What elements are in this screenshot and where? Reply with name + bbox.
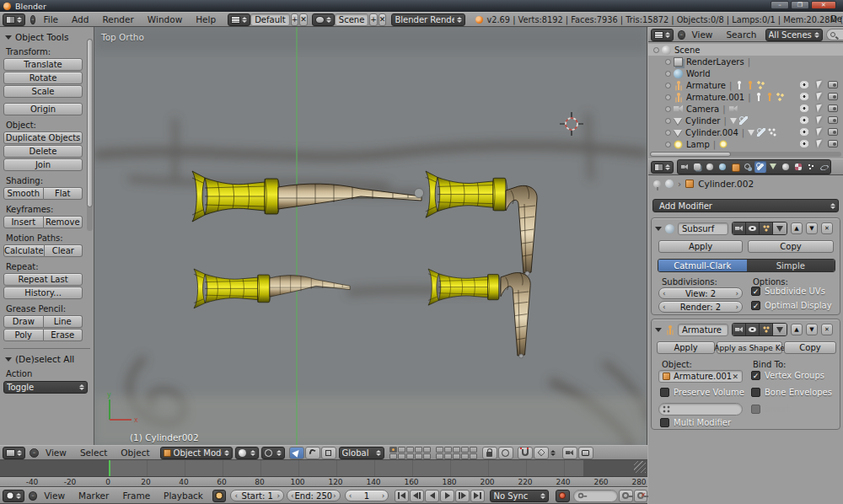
expand-icon[interactable] — [653, 47, 659, 53]
tool-repeat-last-button[interactable]: Repeat Last — [3, 273, 83, 286]
delete-modifier-button[interactable]: ✕ — [821, 223, 833, 234]
renderability-camera-icon[interactable] — [828, 116, 838, 124]
tool-erase-button[interactable]: Erase — [44, 329, 83, 341]
scene-field[interactable]: Scene — [335, 13, 369, 26]
tab-constraints[interactable] — [742, 161, 754, 173]
search-input[interactable] — [826, 29, 843, 40]
layer-cell[interactable] — [461, 447, 469, 453]
rotate-manipulator-toggle[interactable] — [305, 447, 320, 459]
move-modifier-down-button[interactable]: ▼ — [806, 324, 818, 335]
scrollbar-thumb[interactable] — [650, 152, 731, 157]
collapse-menus-button[interactable]: – — [678, 30, 685, 40]
menu-playback[interactable]: Playback — [157, 491, 210, 501]
menu-render[interactable]: Render — [95, 14, 140, 24]
info-editor-type-button[interactable] — [3, 13, 25, 26]
modifier-name-field[interactable]: Subsurf — [678, 223, 728, 235]
add-layout-button[interactable]: + — [291, 13, 299, 26]
visibility-eye-icon[interactable] — [799, 116, 809, 124]
outliner-scope-select[interactable]: All Scenes — [765, 29, 823, 41]
expand-icon[interactable] — [665, 142, 671, 147]
tool-duplicate-objects-button[interactable]: Duplicate Objects — [3, 131, 83, 144]
tab-scene[interactable] — [704, 161, 716, 173]
move-modifier-down-button[interactable]: ▼ — [806, 223, 818, 234]
layer-cell[interactable] — [470, 453, 477, 459]
selectability-cursor-icon[interactable] — [816, 104, 823, 112]
maximize-button[interactable]: ❐ — [791, 1, 809, 9]
pivot-select[interactable] — [261, 447, 285, 459]
tool-rotate-button[interactable]: Rotate — [3, 72, 83, 84]
tool-history-button[interactable]: History... — [3, 287, 83, 299]
auto-keyframe-toggle[interactable] — [556, 490, 570, 502]
apply-button[interactable]: Apply — [658, 240, 743, 253]
renderability-camera-icon[interactable] — [828, 140, 838, 147]
layer-cell[interactable] — [444, 453, 452, 459]
layer-cell[interactable] — [415, 453, 422, 459]
armature-object-field[interactable]: Armature.001 ✕ — [658, 370, 743, 383]
start-frame-stepper[interactable]: ‹Start: 1› — [230, 490, 284, 501]
layer-cell[interactable] — [389, 447, 397, 453]
end-frame-stepper[interactable]: ‹End: 250› — [287, 490, 341, 501]
layer-cell[interactable] — [406, 453, 414, 459]
checkbox-unchecked[interactable]: ✓ — [660, 418, 669, 427]
menu-view[interactable]: View — [685, 29, 720, 40]
simple-button[interactable]: Simple — [747, 260, 835, 271]
layer-cell[interactable] — [453, 447, 460, 453]
move-modifier-up-button[interactable]: ▲ — [791, 324, 803, 335]
render-subdivisions-stepper[interactable]: ‹Render: 2› — [658, 301, 743, 313]
tool-draw-button[interactable]: Draw — [3, 315, 44, 328]
collapse-menus-button[interactable]: – — [30, 15, 35, 24]
tool-smooth-button[interactable]: Smooth — [3, 187, 44, 200]
cage-toggle[interactable] — [773, 223, 787, 234]
outliner-row-armature-001[interactable]: Armature.001| — [648, 91, 843, 103]
selectability-cursor-icon[interactable] — [816, 92, 823, 100]
menu-select[interactable]: Select — [73, 448, 114, 458]
apply-button[interactable]: Apply — [657, 341, 715, 354]
menu-help[interactable]: Help — [189, 14, 223, 24]
layer-cell[interactable] — [444, 447, 452, 453]
action-select[interactable]: Toggle — [3, 381, 88, 394]
apply-as-shape-key-button[interactable]: Apply as Shape Ke — [717, 341, 782, 354]
outliner-row-armature[interactable]: Armature| — [648, 79, 843, 91]
render-engine-select[interactable]: Blender Render — [391, 13, 465, 26]
tab-physics[interactable] — [818, 161, 830, 173]
layer-cell[interactable] — [398, 447, 405, 453]
delete-layout-button[interactable]: ✕ — [299, 13, 308, 26]
renderability-camera-icon[interactable] — [828, 128, 838, 136]
outliner-row-lamp[interactable]: Lamp| — [648, 138, 843, 150]
viewport-shading-select[interactable] — [235, 447, 259, 459]
delete-keyframe-button[interactable] — [634, 490, 648, 502]
keying-set-field[interactable] — [573, 490, 618, 502]
move-modifier-up-button[interactable]: ▲ — [791, 223, 803, 234]
add-modifier-dropdown[interactable]: Add Modifier — [652, 199, 839, 212]
modifier-name-field[interactable]: Armature — [678, 324, 728, 336]
view-subdivisions-stepper[interactable]: ‹View: 2› — [658, 287, 743, 299]
layer-cell[interactable] — [406, 447, 414, 453]
render-opengl-anim-button[interactable] — [578, 447, 593, 459]
screen-layout-icon-button[interactable] — [228, 13, 250, 26]
tool-origin-button[interactable]: Origin — [3, 103, 83, 115]
menu-window[interactable]: Window — [141, 14, 189, 24]
play-reverse-button[interactable] — [425, 490, 439, 502]
expand-icon[interactable] — [665, 106, 671, 112]
layer-cell[interactable] — [415, 447, 422, 453]
visibility-eye-icon[interactable] — [799, 105, 809, 112]
tool-insert-button[interactable]: Insert — [3, 216, 44, 228]
layer-cell[interactable] — [423, 453, 431, 459]
tab-material[interactable] — [780, 161, 792, 173]
menu-add[interactable]: Add — [65, 14, 95, 24]
collapse-triangle-icon[interactable] — [655, 328, 662, 332]
tool-scale-button[interactable]: Scale — [3, 85, 83, 98]
sync-mode-select[interactable]: No Sync — [490, 490, 549, 502]
resize-grip-icon[interactable] — [634, 461, 646, 473]
previous-keyframe-button[interactable] — [410, 490, 424, 502]
snap-toggle[interactable] — [518, 447, 533, 459]
layer-cell[interactable] — [389, 453, 397, 459]
selectability-cursor-icon[interactable] — [816, 115, 823, 124]
minimize-button[interactable]: – — [771, 1, 789, 9]
tool-poly-button[interactable]: Poly — [3, 329, 44, 341]
menu-view[interactable]: View — [37, 491, 72, 501]
tab-render[interactable] — [679, 161, 690, 173]
layer-cell[interactable] — [436, 447, 443, 453]
viewport-3d[interactable]: x y Top Ortho (1) Cylinder002 — [94, 27, 647, 445]
visibility-eye-icon[interactable] — [799, 93, 809, 100]
